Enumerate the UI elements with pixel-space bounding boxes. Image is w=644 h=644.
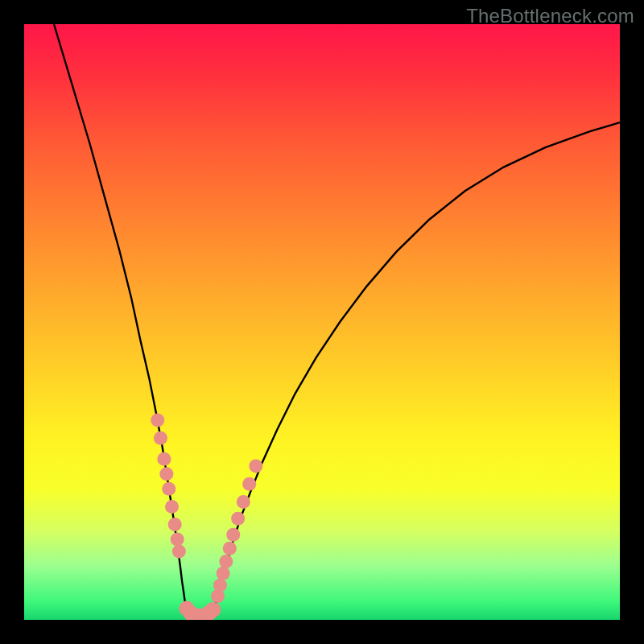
bead-right-5 bbox=[226, 528, 240, 542]
plot-area bbox=[24, 24, 620, 620]
bead-left-3 bbox=[159, 467, 173, 481]
bead-right-2 bbox=[217, 567, 230, 580]
bead-right-1 bbox=[213, 579, 227, 592]
bead-left-5 bbox=[165, 500, 179, 514]
bead-right-4 bbox=[223, 542, 237, 555]
curve-svg bbox=[24, 24, 620, 620]
chart-frame: TheBottleneck.com bbox=[0, 0, 644, 644]
bead-left-8 bbox=[172, 544, 186, 558]
bead-left-6 bbox=[168, 518, 182, 531]
bead-left-0 bbox=[151, 414, 164, 427]
bead-right-9 bbox=[249, 460, 262, 473]
bead-trough-6 bbox=[205, 602, 221, 617]
beads-group bbox=[151, 414, 262, 620]
bead-right-3 bbox=[219, 555, 233, 568]
bead-right-6 bbox=[231, 512, 245, 526]
bottleneck-curve bbox=[54, 24, 620, 617]
bead-right-7 bbox=[237, 495, 250, 509]
bead-left-4 bbox=[162, 482, 175, 496]
bead-right-8 bbox=[242, 477, 256, 491]
watermark-text: TheBottleneck.com bbox=[466, 5, 634, 27]
bead-left-2 bbox=[157, 452, 171, 466]
bead-left-1 bbox=[154, 431, 167, 445]
bead-left-7 bbox=[171, 533, 184, 547]
